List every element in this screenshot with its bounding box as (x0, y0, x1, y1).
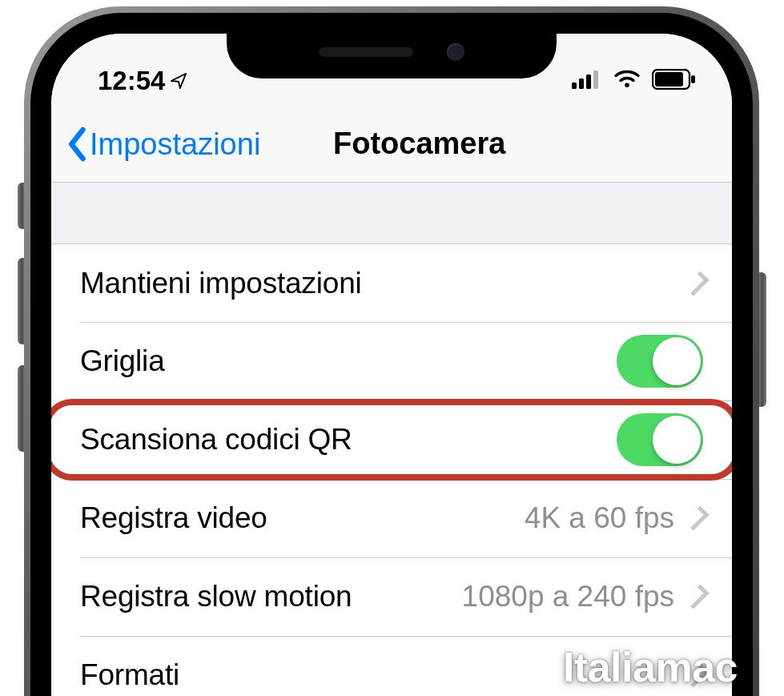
scan-qr-toggle[interactable] (617, 413, 703, 466)
row-record-slowmo[interactable]: Registra slow motion 1080p a 240 fps (51, 557, 732, 636)
row-record-video[interactable]: Registra video 4K a 60 fps (51, 479, 732, 557)
watermark: Italiamac (563, 643, 738, 691)
back-label: Impostazioni (90, 127, 260, 162)
location-icon (170, 72, 187, 90)
chevron-right-icon (684, 505, 709, 530)
wifi-icon (613, 70, 641, 89)
row-value: 4K a 60 fps (525, 501, 674, 535)
nav-bar: Impostazioni Fotocamera (51, 111, 732, 183)
row-label: Griglia (80, 344, 165, 378)
grid-toggle[interactable] (617, 335, 703, 388)
chevron-right-icon (684, 271, 709, 296)
svg-rect-0 (572, 82, 577, 89)
cellular-icon (572, 70, 602, 89)
battery-icon (652, 69, 697, 90)
svg-rect-6 (655, 72, 683, 86)
chevron-left-icon (66, 127, 90, 162)
status-time: 12:54 (98, 66, 187, 96)
power-button (758, 272, 766, 407)
notch (227, 26, 557, 78)
row-label: Scansiona codici QR (80, 423, 352, 457)
svg-rect-1 (579, 78, 584, 89)
settings-list: Mantieni impostazioni Griglia Scansiona … (51, 243, 732, 696)
time-label: 12:54 (98, 66, 165, 96)
chevron-right-icon (684, 584, 709, 609)
section-spacer (51, 183, 732, 243)
page-title: Fotocamera (333, 127, 505, 161)
phone-frame: 12:54 (24, 6, 759, 696)
row-label: Registra video (80, 501, 267, 535)
row-label: Registra slow motion (80, 580, 352, 614)
back-button[interactable]: Impostazioni (66, 127, 260, 162)
screen: 12:54 (51, 34, 732, 696)
row-label: Mantieni impostazioni (80, 267, 362, 300)
svg-rect-2 (586, 74, 591, 89)
svg-rect-5 (691, 75, 695, 83)
row-grid: Griglia (51, 322, 732, 400)
row-scan-qr: Scansiona codici QR (51, 400, 732, 479)
speaker-grille (319, 47, 413, 57)
row-label: Formati (80, 658, 179, 692)
svg-rect-3 (593, 70, 598, 89)
row-keep-settings[interactable]: Mantieni impostazioni (51, 243, 732, 322)
front-camera-icon (447, 43, 464, 61)
row-value: 1080p a 240 fps (462, 580, 674, 614)
